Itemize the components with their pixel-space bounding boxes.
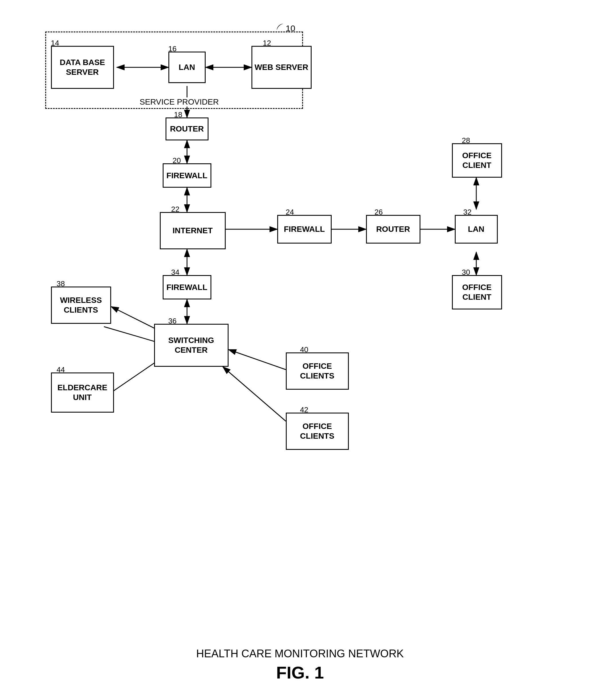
ref-28: 28 <box>462 136 470 145</box>
router-mid-node: ROUTER <box>366 215 420 244</box>
switching-center-node: SWITCHING CENTER <box>154 324 229 367</box>
svg-line-16 <box>229 350 286 370</box>
firewall-left-node: FIREWALL <box>163 275 211 299</box>
firewall-top-label: FIREWALL <box>166 171 207 180</box>
ref-26: 26 <box>374 208 383 217</box>
ref-24: 24 <box>286 208 294 217</box>
database-server-node: DATA BASE SERVER <box>51 46 114 89</box>
ref-20: 20 <box>173 156 181 165</box>
web-server-label: WEB SERVER <box>255 62 309 72</box>
router-top-node: ROUTER <box>165 118 208 141</box>
office-clients-1-label: OFFICE CLIENTS <box>289 361 346 380</box>
router-mid-label: ROUTER <box>376 224 410 234</box>
firewall-left-label: FIREWALL <box>166 282 207 292</box>
office-client-bot-label: OFFICE CLIENT <box>455 282 499 302</box>
lan-right-node: LAN <box>455 215 498 244</box>
ref-16: 16 <box>168 44 177 53</box>
web-server-node: WEB SERVER <box>252 46 312 89</box>
lan-top-node: LAN <box>168 52 206 83</box>
ref-14: 14 <box>51 39 59 48</box>
caption: HEALTH CARE MONITORING NETWORK FIG. 1 <box>196 648 404 682</box>
switching-center-label: SWITCHING CENTER <box>157 335 226 355</box>
caption-title: HEALTH CARE MONITORING NETWORK <box>196 648 404 660</box>
ref-40: 40 <box>300 345 309 354</box>
internet-label: INTERNET <box>173 226 213 235</box>
ref-18: 18 <box>174 110 182 119</box>
eldercare-unit-node: ELDERCARE UNIT <box>51 373 114 412</box>
office-clients-2-node: OFFICE CLIENTS <box>286 412 349 450</box>
ref-30: 30 <box>462 268 470 277</box>
office-clients-1-node: OFFICE CLIENTS <box>286 352 349 390</box>
ref-42: 42 <box>300 405 309 414</box>
firewall-mid-label: FIREWALL <box>284 224 325 234</box>
office-clients-2-label: OFFICE CLIENTS <box>289 422 346 441</box>
office-client-bot-node: OFFICE CLIENT <box>452 275 502 309</box>
svg-line-17 <box>223 367 286 421</box>
ref-44: 44 <box>57 365 65 374</box>
caption-fig: FIG. 1 <box>196 663 404 682</box>
ref-32: 32 <box>463 208 472 217</box>
firewall-mid-node: FIREWALL <box>277 215 332 244</box>
eldercare-unit-label: ELDERCARE UNIT <box>54 383 111 402</box>
service-provider-label: SERVICE PROVIDER <box>140 97 219 107</box>
router-top-label: ROUTER <box>170 124 204 134</box>
ref-34: 34 <box>171 268 180 277</box>
ref-36: 36 <box>168 317 177 325</box>
ref-12: 12 <box>263 39 271 48</box>
database-server-label: DATA BASE SERVER <box>54 57 111 77</box>
wireless-clients-label: WIRELESS CLIENTS <box>54 295 108 315</box>
firewall-top-node: FIREWALL <box>163 163 211 188</box>
ref-22: 22 <box>171 205 180 214</box>
office-client-top-node: OFFICE CLIENT <box>452 143 502 178</box>
wireless-clients-node: WIRELESS CLIENTS <box>51 286 111 324</box>
office-client-top-label: OFFICE CLIENT <box>455 151 499 170</box>
lan-right-label: LAN <box>468 224 485 234</box>
diagram-container: DATA BASE SERVER 14 LAN 16 WEB SERVER 12… <box>28 11 572 642</box>
lan-top-label: LAN <box>179 62 195 72</box>
ref-38: 38 <box>57 279 65 288</box>
internet-node: INTERNET <box>160 212 226 249</box>
